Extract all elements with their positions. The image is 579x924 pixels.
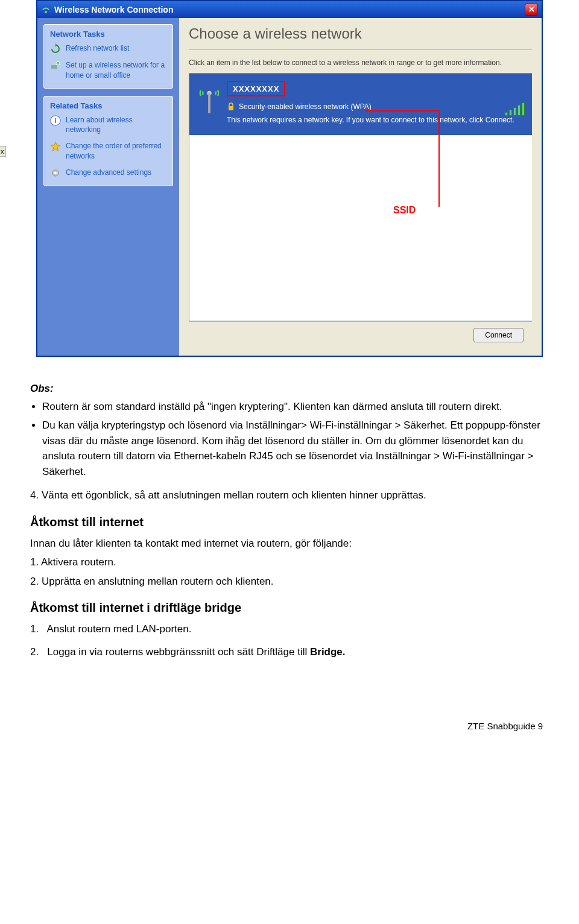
obs-heading: Obs: (30, 381, 549, 397)
security-label: Security-enabled wireless network (WPA) (239, 102, 372, 111)
button-row: Connect (189, 321, 532, 348)
step-4: 4. Vänta ett ögonblick, så att anslutnin… (45, 488, 549, 503)
signal-strength-icon (505, 102, 525, 116)
star-icon (50, 141, 61, 152)
info-icon: i (50, 115, 61, 126)
ssid-highlight-box: XXXXXXXX (227, 81, 285, 96)
sidebar-item-advanced[interactable]: Change advanced settings (50, 168, 166, 178)
page-footer: ZTE Snabbguide 9 (0, 721, 543, 731)
titlebar[interactable]: Wireless Network Connection ✕ (37, 1, 542, 18)
section-heading-access: Åtkomst till internet (30, 513, 549, 531)
bullet-item: Routern är som standard inställd på "ing… (42, 399, 549, 415)
sidebar-item-refresh[interactable]: Refresh network list (50, 43, 166, 54)
list-item: 1. Aktivera routern. (30, 555, 549, 570)
ssid-callout-label: SSID (393, 205, 416, 216)
network-list: XXXXXXXX Security-enabled wireless netwo… (189, 73, 532, 321)
list-item: 2. Upprätta en anslutning mellan routern… (30, 574, 549, 589)
svg-rect-1 (51, 65, 57, 69)
lock-icon (227, 102, 235, 111)
network-description: This network requires a network key. If … (227, 115, 524, 125)
sidebar-label: Change the order of preferred networks (66, 141, 166, 162)
window-title: Wireless Network Connection (54, 5, 173, 14)
instruction-text: Click an item in the list below to conne… (189, 57, 532, 68)
network-tasks-panel: Network Tasks Refresh network list Set u… (43, 24, 173, 89)
refresh-icon (50, 43, 61, 54)
bullet-item: Du kan välja krypteringstyp och lösenord… (42, 418, 549, 479)
antenna-icon (198, 81, 221, 117)
sidebar: Network Tasks Refresh network list Set u… (37, 18, 179, 356)
related-tasks-panel: Related Tasks i Learn about wireless net… (43, 96, 173, 186)
stray-marker: x (0, 146, 6, 157)
close-button[interactable]: ✕ (525, 4, 538, 16)
svg-rect-9 (229, 106, 233, 110)
main-panel: Choose a wireless network Click an item … (179, 18, 542, 356)
wifi-connection-icon (41, 5, 51, 14)
connect-button[interactable]: Connect (473, 328, 524, 342)
sidebar-item-setup-network[interactable]: Set up a wireless network for a home or … (50, 60, 166, 81)
sidebar-item-change-order[interactable]: Change the order of preferred networks (50, 141, 166, 162)
svg-point-2 (56, 61, 60, 65)
sidebar-label: Set up a wireless network for a home or … (66, 60, 166, 81)
svg-text:i: i (54, 117, 56, 124)
sidebar-label: Refresh network list (66, 43, 129, 54)
panel-header: Network Tasks (50, 30, 166, 39)
document-body: Obs: Routern är som standard inställd på… (0, 357, 579, 685)
sidebar-label: Change advanced settings (66, 168, 151, 178)
section-heading-bridge: Åtkomst till internet i driftläge bridge (30, 599, 549, 617)
ssid-name: XXXXXXXX (233, 84, 279, 93)
obs-bullets: Routern är som standard inställd på "ing… (42, 399, 549, 480)
svg-point-0 (45, 11, 47, 13)
sidebar-item-learn[interactable]: i Learn about wireless networking (50, 115, 166, 136)
svg-rect-8 (208, 93, 210, 113)
gear-icon (50, 168, 61, 178)
setup-network-icon (50, 60, 61, 71)
list-item: 1. Anslut routern med LAN-porten. (45, 621, 549, 637)
list-item: 2. Logga in via routerns webbgränssnitt … (45, 644, 549, 660)
sidebar-label: Learn about wireless networking (66, 115, 166, 136)
panel-header: Related Tasks (50, 101, 166, 110)
network-item[interactable]: XXXXXXXX Security-enabled wireless netwo… (189, 74, 532, 135)
ssid-callout-line (438, 110, 440, 207)
divider (189, 49, 532, 50)
svg-point-6 (54, 172, 57, 174)
main-heading: Choose a wireless network (189, 25, 532, 42)
intro-text: Innan du låter klienten ta kontakt med i… (30, 536, 549, 552)
wireless-connection-dialog: Wireless Network Connection ✕ Network Ta… (36, 0, 543, 357)
